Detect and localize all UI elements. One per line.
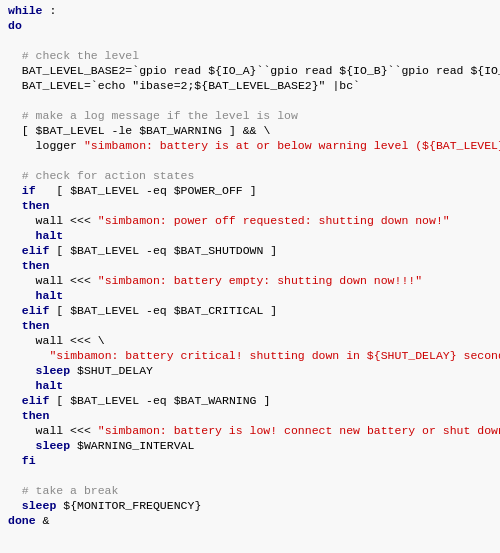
code-line: then — [0, 259, 500, 274]
code-text: then — [8, 409, 49, 422]
code-text: elif [ $BAT_LEVEL -eq $BAT_SHUTDOWN ] — [8, 244, 277, 257]
code-text: then — [8, 319, 49, 332]
code-line: sleep ${MONITOR_FREQUENCY} — [0, 499, 500, 514]
code-line: halt — [0, 379, 500, 394]
code-text: do — [8, 19, 22, 32]
code-line: halt — [0, 289, 500, 304]
code-line: # check the level — [0, 49, 500, 64]
code-text: elif [ $BAT_LEVEL -eq $BAT_WARNING ] — [8, 394, 270, 407]
code-text: fi — [8, 454, 36, 467]
code-line: do — [0, 19, 500, 34]
code-text: elif [ $BAT_LEVEL -eq $BAT_CRITICAL ] — [8, 304, 277, 317]
code-text: sleep $WARNING_INTERVAL — [8, 439, 194, 452]
code-line: [ $BAT_LEVEL -le $BAT_WARNING ] && \ — [0, 124, 500, 139]
code-text: wall <<< \ — [8, 334, 105, 347]
code-line: halt — [0, 229, 500, 244]
code-line: BAT_LEVEL_BASE2=`gpio read ${IO_A}``gpio… — [0, 64, 500, 79]
code-line: then — [0, 409, 500, 424]
code-line: while : — [0, 4, 500, 19]
code-line — [0, 34, 500, 49]
code-line: "simbamon: battery critical! shutting do… — [0, 349, 500, 364]
code-line: wall <<< "simbamon: battery empty: shutt… — [0, 274, 500, 289]
code-text: # check the level — [8, 49, 139, 62]
code-line: if [ $BAT_LEVEL -eq $POWER_OFF ] — [0, 184, 500, 199]
code-text: then — [8, 199, 49, 212]
code-text: halt — [8, 379, 63, 392]
code-line: elif [ $BAT_LEVEL -eq $BAT_SHUTDOWN ] — [0, 244, 500, 259]
code-text: halt — [8, 289, 63, 302]
code-line: elif [ $BAT_LEVEL -eq $BAT_WARNING ] — [0, 394, 500, 409]
code-line: # take a break — [0, 484, 500, 499]
code-text: BAT_LEVEL_BASE2=`gpio read ${IO_A}``gpio… — [8, 64, 500, 77]
code-text: wall <<< "simbamon: power off requested:… — [8, 214, 450, 227]
code-text: wall <<< "simbamon: battery empty: shutt… — [8, 274, 422, 287]
code-line — [0, 94, 500, 109]
code-text: sleep $SHUT_DELAY — [8, 364, 153, 377]
code-text: sleep ${MONITOR_FREQUENCY} — [8, 499, 201, 512]
code-text: halt — [8, 229, 63, 242]
code-line: sleep $SHUT_DELAY — [0, 364, 500, 379]
code-line: fi — [0, 454, 500, 469]
code-text: # make a log message if the level is low — [8, 109, 298, 122]
code-text: "simbamon: battery critical! shutting do… — [8, 349, 500, 362]
code-line: # make a log message if the level is low — [0, 109, 500, 124]
code-text: BAT_LEVEL=`echo "ibase=2;${BAT_LEVEL_BAS… — [8, 79, 360, 92]
code-text: # check for action states — [8, 169, 194, 182]
code-line: wall <<< "simbamon: battery is low! conn… — [0, 424, 500, 439]
code-text: then — [8, 259, 49, 272]
code-line: wall <<< \ — [0, 334, 500, 349]
code-line: sleep $WARNING_INTERVAL — [0, 439, 500, 454]
code-line: BAT_LEVEL=`echo "ibase=2;${BAT_LEVEL_BAS… — [0, 79, 500, 94]
code-text: logger "simbamon: battery is at or below… — [8, 139, 500, 152]
code-line: then — [0, 199, 500, 214]
code-line: done & — [0, 514, 500, 529]
code-editor: while :do # check the level BAT_LEVEL_BA… — [0, 0, 500, 553]
code-text: # take a break — [8, 484, 118, 497]
code-text: wall <<< "simbamon: battery is low! conn… — [8, 424, 500, 437]
code-line — [0, 154, 500, 169]
code-line: logger "simbamon: battery is at or below… — [0, 139, 500, 154]
code-line: elif [ $BAT_LEVEL -eq $BAT_CRITICAL ] — [0, 304, 500, 319]
code-text: done & — [8, 514, 49, 527]
code-text: while : — [8, 4, 56, 17]
code-line: wall <<< "simbamon: power off requested:… — [0, 214, 500, 229]
code-line: # check for action states — [0, 169, 500, 184]
code-text: [ $BAT_LEVEL -le $BAT_WARNING ] && \ — [8, 124, 270, 137]
code-line: then — [0, 319, 500, 334]
code-text: if [ $BAT_LEVEL -eq $POWER_OFF ] — [8, 184, 257, 197]
code-line — [0, 469, 500, 484]
